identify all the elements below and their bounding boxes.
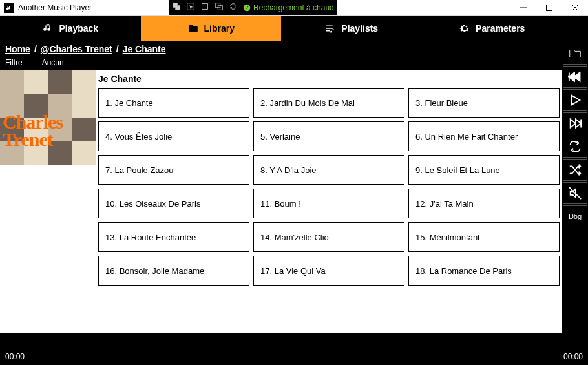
close-button[interactable] xyxy=(562,0,588,15)
time-duration: 00:00 xyxy=(563,352,583,361)
track-item[interactable]: 5. Verlaine xyxy=(253,121,404,151)
debug-refresh-icon[interactable] xyxy=(229,2,238,13)
playlist-icon xyxy=(324,23,336,34)
tab-playlists[interactable]: Playlists xyxy=(281,16,422,41)
gear-icon xyxy=(459,23,470,34)
time-position: 00:00 xyxy=(5,352,25,361)
filter-label: Filtre xyxy=(5,58,23,67)
track-item[interactable]: 10. Les Oiseaux De Paris xyxy=(98,189,249,218)
album-cover[interactable]: Charles Trenet xyxy=(0,70,96,165)
cover-text-2: Trenet xyxy=(3,130,63,148)
track-item[interactable]: 4. Vous Êtes Jolie xyxy=(98,121,249,151)
skip-forward-button[interactable] xyxy=(563,112,587,134)
content: Charles Trenet Je Chante 1. Je Chante2. … xyxy=(0,70,562,333)
debug-squares-icon[interactable] xyxy=(215,2,224,13)
app-title: Another Music Player xyxy=(18,3,92,12)
cover-text-1: Charles xyxy=(3,113,63,130)
breadcrumb-sep: / xyxy=(34,44,37,54)
track-item[interactable]: 8. Y A D'la Joie xyxy=(253,155,404,185)
track-grid: 1. Je Chante2. Jardin Du Mois De Mai3. F… xyxy=(96,88,562,333)
filter-row: Filtre Aucun xyxy=(0,57,562,70)
breadcrumb-artist[interactable]: @Charles Trenet xyxy=(41,44,112,54)
track-item[interactable]: 15. Ménilmontant xyxy=(408,222,560,252)
track-item[interactable]: 12. J'ai Ta Main xyxy=(408,189,560,218)
track-item[interactable]: 6. Un Rien Me Fait Chanter xyxy=(408,121,560,151)
repeat-button[interactable] xyxy=(563,136,587,158)
tab-library[interactable]: Library xyxy=(141,16,282,41)
svg-rect-7 xyxy=(547,5,552,10)
maximize-button[interactable] xyxy=(536,0,562,15)
track-item[interactable]: 11. Boum ! xyxy=(253,189,404,218)
play-button[interactable] xyxy=(563,89,587,111)
breadcrumb-album[interactable]: Je Chante xyxy=(123,44,166,54)
track-item[interactable]: 13. La Route Enchantée xyxy=(98,222,249,252)
hot-reload-label: Rechargement à chaud xyxy=(253,3,334,12)
folder-note-icon xyxy=(187,23,199,34)
tab-parameters[interactable]: Parameters xyxy=(422,16,563,41)
note-icon xyxy=(42,23,54,34)
nav-row: Playback Library Playlists Parameters xyxy=(0,16,588,41)
track-item[interactable]: 18. La Romance De Paris xyxy=(408,256,560,286)
titlebar: Another Music Player Rechargement à chau… xyxy=(0,0,588,16)
skip-back-button[interactable] xyxy=(563,66,587,88)
tab-library-label: Library xyxy=(204,23,235,34)
player-footer: 00:00 00:00 xyxy=(0,333,588,365)
debug-toolbar: Rechargement à chaud xyxy=(169,0,337,15)
app-icon xyxy=(4,3,14,13)
album-title: Je Chante xyxy=(96,70,562,88)
track-item[interactable]: 14. Mam'zelle Clio xyxy=(253,222,404,252)
filter-value[interactable]: Aucun xyxy=(42,58,64,67)
track-item[interactable]: 7. La Poule Zazou xyxy=(98,155,249,185)
breadcrumb: Home / @Charles Trenet / Je Chante xyxy=(0,41,562,57)
debug-button[interactable]: Dbg xyxy=(563,205,587,227)
tab-playback[interactable]: Playback xyxy=(0,16,141,41)
tab-playlists-label: Playlists xyxy=(341,23,378,34)
main: Home / @Charles Trenet / Je Chante Filtr… xyxy=(0,41,588,333)
tab-parameters-label: Parameters xyxy=(476,23,525,34)
track-item[interactable]: 9. Le Soleil Et La Lune xyxy=(408,155,560,185)
track-item[interactable]: 17. La Vie Qui Va xyxy=(253,256,404,286)
svg-rect-2 xyxy=(202,4,208,10)
open-folder-button[interactable] xyxy=(563,43,587,65)
debug-select-icon[interactable] xyxy=(186,2,195,13)
track-item[interactable]: 3. Fleur Bleue xyxy=(408,88,560,118)
tab-playback-label: Playback xyxy=(59,23,98,34)
hot-reload-indicator[interactable]: Rechargement à chaud xyxy=(243,3,334,12)
shuffle-button[interactable] xyxy=(563,159,587,181)
breadcrumb-home[interactable]: Home xyxy=(5,44,30,54)
track-item[interactable]: 16. Bonsoir, Jolie Madame xyxy=(98,256,249,286)
breadcrumb-sep: / xyxy=(116,44,119,54)
track-item[interactable]: 1. Je Chante xyxy=(98,88,249,118)
minimize-button[interactable] xyxy=(510,0,536,15)
right-sidebar: Dbg xyxy=(562,41,588,333)
app-body: Playback Library Playlists Parameters Ho… xyxy=(0,16,588,365)
debug-square-icon[interactable] xyxy=(200,2,209,13)
tabs: Playback Library Playlists Parameters xyxy=(0,16,562,41)
track-item[interactable]: 2. Jardin Du Mois De Mai xyxy=(253,88,404,118)
mute-button[interactable] xyxy=(563,182,587,204)
debug-tool-icon[interactable] xyxy=(172,2,181,13)
